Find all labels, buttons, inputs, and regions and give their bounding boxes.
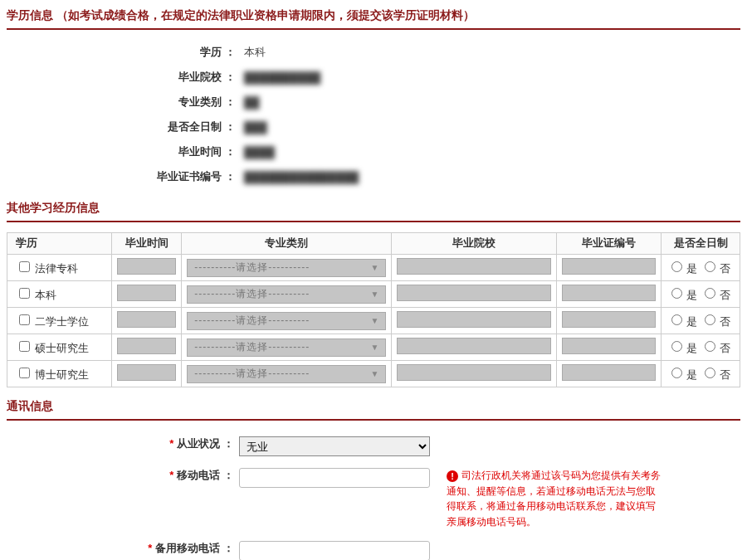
label-certno: 毕业证书编号 ：: [7, 169, 239, 184]
th-certno: 毕业证编号: [557, 233, 662, 255]
chevron-down-icon: ▼: [371, 263, 380, 272]
table-row: 硕士研究生----------请选择----------▼是否: [7, 334, 740, 361]
select-placeholder-text: ----------请选择----------: [194, 340, 310, 354]
label-school: 毕业院校 ：: [7, 70, 239, 85]
row-checkbox[interactable]: [19, 368, 30, 378]
cell-gradtime: [112, 255, 182, 281]
label-gradtime: 毕业时间 ：: [7, 144, 239, 159]
cell-certno: [557, 308, 662, 334]
input-mobile[interactable]: [239, 468, 430, 488]
row-school: 毕业院校 ： ██████████: [7, 65, 740, 90]
mobile-note-text: 司法行政机关将通过该号码为您提供有关考务通知、提醒等信息，若通过移动电话无法与您…: [447, 470, 661, 528]
input-school-disabled: [397, 338, 552, 354]
cell-gradtime: [112, 281, 182, 308]
row-degree-label: 博士研究生: [35, 369, 89, 381]
radio-no[interactable]: [705, 261, 715, 272]
radio-yes[interactable]: [671, 368, 682, 378]
cell-degree: 法律专科: [7, 255, 112, 281]
row-degree-label: 法律专科: [35, 263, 78, 275]
radio-yes-label: 是: [686, 263, 697, 275]
radio-yes[interactable]: [671, 288, 682, 299]
select-placeholder-text: ----------请选择----------: [194, 287, 310, 301]
other-edu-table: 学历 毕业时间 专业类别 毕业院校 毕业证编号 是否全日制 法律专科------…: [7, 232, 740, 387]
th-degree: 学历: [7, 233, 112, 255]
section-title-contact: 通讯信息: [7, 397, 740, 421]
cell-certno: [557, 361, 662, 387]
row-checkbox[interactable]: [19, 341, 30, 352]
value-major: ██: [239, 96, 259, 109]
input-gradtime-disabled: [117, 258, 176, 275]
table-row: 法律专科----------请选择----------▼是否: [7, 255, 740, 281]
radio-no[interactable]: [705, 368, 715, 378]
cell-degree: 博士研究生: [7, 361, 112, 387]
cell-degree: 二学士学位: [7, 308, 112, 334]
table-row: 二学士学位----------请选择----------▼是否: [7, 308, 740, 334]
row-degree-label: 二学士学位: [35, 316, 89, 328]
label-major: 专业类别 ：: [7, 95, 239, 110]
row-checkbox[interactable]: [19, 288, 30, 299]
cell-major: ----------请选择----------▼: [182, 255, 391, 281]
cell-fulltime: 是否: [662, 334, 740, 361]
label-backup-mobile: *备用移动电话 ：: [7, 541, 239, 556]
radio-no-label: 否: [720, 343, 730, 354]
cell-school: [391, 361, 557, 387]
table-row: 本科----------请选择----------▼是否: [7, 281, 740, 308]
label-mobile: *移动电话 ：: [7, 468, 239, 483]
label-status-text: 从业状况 ：: [177, 437, 234, 450]
cell-school: [391, 308, 557, 334]
th-major: 专业类别: [182, 233, 391, 255]
radio-yes[interactable]: [671, 341, 682, 352]
radio-no-label: 否: [720, 263, 730, 275]
row-degree-label: 本科: [35, 290, 56, 301]
radio-no[interactable]: [705, 341, 715, 352]
cell-major: ----------请选择----------▼: [182, 281, 391, 308]
cell-gradtime: [112, 361, 182, 387]
input-gradtime-disabled: [117, 364, 176, 381]
cell-school: [391, 255, 557, 281]
radio-no-label: 否: [720, 290, 730, 301]
cell-school: [391, 281, 557, 308]
info-icon: !: [447, 470, 458, 482]
th-school: 毕业院校: [391, 233, 557, 255]
radio-yes-label: 是: [686, 316, 697, 328]
th-gradtime: 毕业时间: [112, 233, 182, 255]
row-degree-label: 硕士研究生: [35, 343, 89, 354]
cell-fulltime: 是否: [662, 281, 740, 308]
select-placeholder-text: ----------请选择----------: [194, 367, 310, 381]
input-certno-disabled: [562, 258, 656, 275]
radio-no[interactable]: [705, 314, 715, 325]
select-status[interactable]: 无业: [239, 436, 430, 456]
cell-major: ----------请选择----------▼: [182, 334, 391, 361]
value-certno: ███████████████: [239, 171, 359, 183]
row-major: 专业类别 ： ██: [7, 90, 740, 114]
mobile-note: !司法行政机关将通过该号码为您提供有关考务通知、提醒等信息，若通过移动电话无法与…: [447, 468, 662, 529]
radio-yes[interactable]: [671, 314, 682, 325]
row-checkbox[interactable]: [19, 261, 30, 272]
section-title-other-edu: 其他学习经历信息: [7, 199, 740, 222]
value-gradtime: ████: [239, 146, 275, 158]
cell-school: [391, 334, 557, 361]
select-major-disabled: ----------请选择----------▼: [187, 365, 385, 383]
input-gradtime-disabled: [117, 311, 176, 328]
select-major-disabled: ----------请选择----------▼: [187, 259, 385, 277]
cell-degree: 本科: [7, 281, 112, 308]
section-title-education: 学历信息 （如考试成绩合格，在规定的法律职业资格申请期限内，须提交该学历证明材料…: [7, 7, 740, 30]
label-backup-mobile-text: 备用移动电话 ：: [155, 542, 234, 554]
th-fulltime: 是否全日制: [662, 233, 740, 255]
cell-fulltime: 是否: [662, 361, 740, 387]
radio-no[interactable]: [705, 288, 715, 299]
label-mobile-text: 移动电话 ：: [177, 469, 234, 481]
table-header-row: 学历 毕业时间 专业类别 毕业院校 毕业证编号 是否全日制: [7, 233, 740, 255]
input-school-disabled: [397, 285, 552, 301]
input-gradtime-disabled: [117, 338, 176, 354]
input-gradtime-disabled: [117, 285, 176, 301]
radio-no-label: 否: [720, 316, 730, 328]
input-school-disabled: [397, 311, 552, 328]
cell-gradtime: [112, 308, 182, 334]
row-checkbox[interactable]: [19, 314, 30, 325]
cell-fulltime: 是否: [662, 255, 740, 281]
row-degree: 学历 ： 本科: [7, 40, 740, 65]
radio-yes[interactable]: [671, 261, 682, 272]
input-backup-mobile[interactable]: [239, 541, 430, 560]
select-major-disabled: ----------请选择----------▼: [187, 285, 385, 304]
